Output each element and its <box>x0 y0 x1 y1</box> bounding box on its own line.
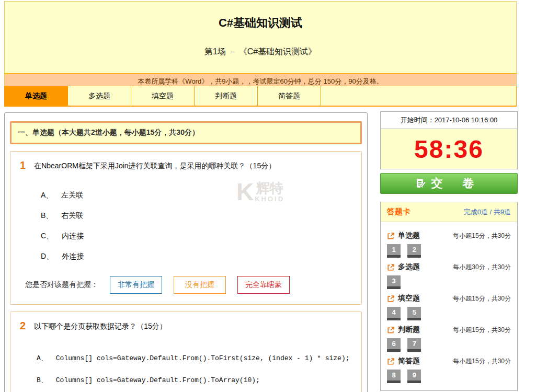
option-code: Columns[] cols=Gateway.Default.From().To… <box>56 354 350 362</box>
answer-card-header: 答题卡 完成0道 / 共9道 <box>381 202 517 222</box>
page-title: C#基础知识测试 <box>5 2 516 31</box>
question-text: 以下哪个是分页获取数据记录？（15分） <box>34 320 167 331</box>
section-title: 一、单选题（本大题共2道小题，每小题15分，共30分） <box>10 121 362 144</box>
option-text: 左关联 <box>61 191 83 200</box>
card-section-label: 简答题 <box>398 356 420 366</box>
option-a[interactable]: A、 左关联 <box>41 191 356 200</box>
question-number: 1 <box>20 160 26 170</box>
option-letter: B、 <box>41 211 53 221</box>
exam-header: C#基础知识测试 第1场 － 《C#基础知识测试》 本卷所属学科《Word》，共… <box>4 1 517 90</box>
question-chip-5[interactable]: 5 <box>407 307 421 320</box>
answer-card-progress: 完成0道 / 共9道 <box>464 207 511 217</box>
option-text: 内连接 <box>62 232 84 241</box>
question-panel: 一、单选题（本大题共2道小题，每小题15分，共30分） 1 在NbearORM框… <box>4 112 368 392</box>
external-link-icon <box>387 295 395 303</box>
exam-sidebar: 开始时间：2017-10-06 10:16:00 58:36 交 卷 答题卡 完… <box>380 111 518 391</box>
tab-multi-choice[interactable]: 多选题 <box>68 86 131 106</box>
card-section-score: 每小题15分，共30分 <box>453 326 511 335</box>
option-letter: C、 <box>41 232 53 241</box>
answer-card: 答题卡 完成0道 / 共9道 单选题 每小题15分，共30分 1 2 <box>380 202 518 391</box>
external-link-icon <box>387 263 395 271</box>
watermark-cn: 辉特 <box>256 181 283 195</box>
question-1: 1 在NbearORM框架下采用Join进行关联查询，是采用的哪种关联？（15分… <box>10 151 362 305</box>
card-section-short-answer[interactable]: 简答题 每小题15分，共30分 <box>387 356 511 366</box>
option-code: Columns[] cols=Gateway.Default.From().To… <box>56 376 260 384</box>
option-letter: D、 <box>41 252 53 261</box>
external-link-icon <box>387 232 395 240</box>
card-section-multi-choice[interactable]: 多选题 每小题30分，共30分 <box>387 262 511 272</box>
countdown-timer: 58:36 <box>414 135 484 164</box>
question-chip-4[interactable]: 4 <box>387 307 401 320</box>
option-letter: A、 <box>37 353 48 363</box>
card-section-score: 每小题15分，共30分 <box>453 232 511 240</box>
watermark-logo: K <box>236 180 253 204</box>
submit-icon <box>415 178 427 189</box>
option-b[interactable]: B、 右关联 <box>41 211 356 221</box>
option-b[interactable]: B、 Columns[] cols=Gateway.Default.From()… <box>37 375 356 385</box>
option-letter: B、 <box>37 375 48 385</box>
option-text: 右关联 <box>61 211 83 221</box>
card-section-score: 每小题15分，共30分 <box>453 294 511 303</box>
confidence-label: 您是否对该题有把握： <box>25 280 98 290</box>
question-chip-1[interactable]: 1 <box>387 244 401 258</box>
confidence-guess-button[interactable]: 完全靠瞎蒙 <box>237 276 290 294</box>
tab-fill-blank[interactable]: 填空题 <box>131 86 195 106</box>
question-chip-9[interactable]: 9 <box>407 370 421 383</box>
question-chip-6[interactable]: 6 <box>387 338 401 352</box>
tab-single-choice[interactable]: 单选题 <box>5 86 68 106</box>
chip-row: 8 9 <box>387 370 511 383</box>
option-text: 外连接 <box>62 252 84 261</box>
start-time-value: 2017-10-06 10:16:00 <box>435 116 498 124</box>
submit-paper-button[interactable]: 交 卷 <box>380 173 518 194</box>
start-time-label: 开始时间： <box>401 116 435 124</box>
option-d[interactable]: D、 外连接 <box>41 252 356 261</box>
start-time: 开始时间：2017-10-06 10:16:00 <box>380 111 518 129</box>
site-watermark: K 辉特 KHOID <box>236 180 284 204</box>
countdown-box: 58:36 <box>380 129 518 169</box>
question-chip-8[interactable]: 8 <box>387 370 401 383</box>
chip-row: 3 <box>387 275 511 289</box>
answer-card-title: 答题卡 <box>387 207 410 217</box>
chip-row: 6 7 <box>387 338 511 352</box>
card-section-label: 填空题 <box>398 294 420 303</box>
card-section-label: 判断题 <box>398 325 420 335</box>
card-section-label: 单选题 <box>398 231 420 240</box>
card-section-score: 每小题30分，共30分 <box>453 263 511 272</box>
confidence-unsure-button[interactable]: 没有把握 <box>174 276 226 294</box>
submit-label: 交 卷 <box>431 176 482 191</box>
question-chip-3[interactable]: 3 <box>387 275 401 289</box>
option-c[interactable]: C、 内连接 <box>41 232 356 241</box>
chip-row: 4 5 <box>387 307 511 320</box>
option-letter: A、 <box>41 191 53 200</box>
option-a[interactable]: A、 Columns[] cols=Gateway.Default.From()… <box>37 353 356 363</box>
card-section-true-false[interactable]: 判断题 每小题15分，共30分 <box>387 325 511 335</box>
card-section-label: 多选题 <box>398 262 420 272</box>
watermark-en: KHOID <box>255 195 284 203</box>
question-chip-2[interactable]: 2 <box>407 244 421 258</box>
chip-row: 1 2 <box>387 244 511 258</box>
card-section-single-choice[interactable]: 单选题 每小题15分，共30分 <box>387 231 511 240</box>
external-link-icon <box>387 358 395 365</box>
question-type-tabbar: 单选题 多选题 填空题 判断题 简答题 <box>4 86 517 107</box>
card-section-score: 每小题15分，共30分 <box>453 357 511 366</box>
external-link-icon <box>387 326 395 334</box>
question-chip-7[interactable]: 7 <box>407 338 421 352</box>
question-text: 在NbearORM框架下采用Join进行关联查询，是采用的哪种关联？（15分） <box>34 160 276 171</box>
question-number: 2 <box>20 320 26 331</box>
confidence-sure-button[interactable]: 非常有把握 <box>110 276 162 294</box>
question-2: 2 以下哪个是分页获取数据记录？（15分） A、 Columns[] cols=… <box>10 312 362 392</box>
exam-page: C#基础知识测试 第1场 － 《C#基础知识测试》 本卷所属学科《Word》，共… <box>0 0 536 392</box>
card-section-fill-blank[interactable]: 填空题 每小题15分，共30分 <box>387 294 511 303</box>
tab-true-false[interactable]: 判断题 <box>195 86 258 106</box>
confidence-row: 您是否对该题有把握： 非常有把握 没有把握 完全靠瞎蒙 <box>25 276 356 297</box>
answer-card-body: 单选题 每小题15分，共30分 1 2 多选题 每小题30分，共30分 <box>381 222 517 390</box>
exam-subtitle: 第1场 － 《C#基础知识测试》 <box>5 31 516 73</box>
tab-short-answer[interactable]: 简答题 <box>258 86 321 106</box>
